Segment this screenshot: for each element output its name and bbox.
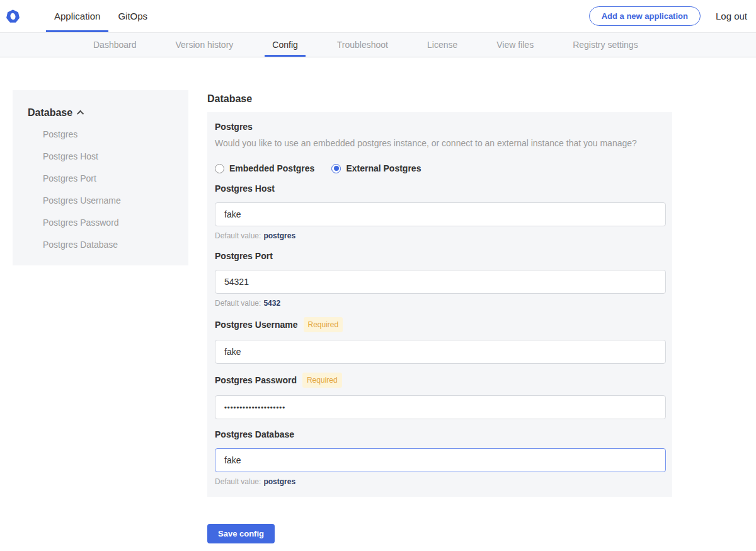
subnav-item-license[interactable]: License	[420, 33, 465, 57]
field-label-postgres-database: Postgres Database	[215, 428, 666, 441]
logout-link[interactable]: Log out	[716, 11, 747, 21]
config-item-postgres-database: Postgres Database Default value:postgres	[215, 428, 666, 487]
default-label: Default value:	[215, 299, 261, 308]
radio-external-postgres[interactable]: External Postgres	[331, 163, 421, 173]
field-label-postgres-port: Postgres Port	[215, 250, 666, 262]
field-label-postgres-password-text: Postgres Password	[215, 374, 297, 386]
subnav-item-license-label: License	[427, 40, 457, 50]
config-main: Database Postgres Would you like to use …	[207, 93, 672, 543]
postgres-port-input[interactable]	[215, 270, 666, 294]
config-item-postgres-username: Postgres Username Required	[215, 317, 666, 364]
field-label-postgres-text: Postgres	[215, 120, 253, 133]
sidebar-item-postgres-host[interactable]: Postgres Host	[43, 150, 173, 163]
sidebar-item-postgres-password[interactable]: Postgres Password	[43, 216, 173, 229]
subnav-item-view-files[interactable]: View files	[489, 33, 541, 57]
sidebar-item-postgres-username[interactable]: Postgres Username	[43, 194, 173, 207]
postgres-username-input[interactable]	[215, 340, 666, 364]
field-label-postgres-host: Postgres Host	[215, 182, 666, 195]
required-badge: Required	[304, 317, 343, 332]
postgres-host-default: Default value:postgres	[215, 231, 666, 241]
field-label-postgres-port-text: Postgres Port	[215, 250, 273, 262]
sidebar-items: Postgres Postgres Host Postgres Port Pos…	[28, 128, 173, 251]
radio-embedded-postgres[interactable]: Embedded Postgres	[215, 163, 314, 173]
subnav-item-troubleshoot[interactable]: Troubleshoot	[329, 33, 396, 57]
default-value: 5432	[263, 299, 280, 308]
radio-embedded-postgres-label: Embedded Postgres	[229, 163, 314, 173]
postgres-database-default: Default value:postgres	[215, 477, 666, 487]
config-sidebar: Database Postgres Postgres Host Postgres…	[13, 90, 188, 265]
subnav-item-version-history-label: Version history	[176, 40, 234, 50]
subnav-item-dashboard-label: Dashboard	[93, 40, 137, 50]
sidebar-item-postgres[interactable]: Postgres	[43, 128, 173, 141]
radio-embedded-postgres-circle[interactable]	[215, 164, 224, 173]
field-label-postgres: Postgres	[215, 120, 666, 133]
subnav-item-version-history[interactable]: Version history	[168, 33, 241, 57]
topnav-right: Add a new application Log out	[589, 0, 756, 32]
subnav-item-config[interactable]: Config	[265, 33, 305, 57]
sidebar-group-database-label: Database	[28, 107, 72, 119]
subnav-item-troubleshoot-label: Troubleshoot	[337, 40, 388, 50]
field-label-postgres-username: Postgres Username Required	[215, 317, 666, 332]
tab-application-label: Application	[54, 11, 100, 21]
tab-gitops[interactable]: GitOps	[110, 0, 156, 32]
subnav-item-registry-settings-label: Registry settings	[573, 40, 638, 50]
app-sub-nav: Dashboard Version history Config Trouble…	[0, 33, 756, 57]
save-config-button[interactable]: Save config	[207, 524, 275, 543]
subnav-item-view-files-label: View files	[496, 40, 534, 50]
page-title: Database	[207, 93, 672, 105]
postgres-port-default: Default value:5432	[215, 299, 666, 308]
subnav-item-config-label: Config	[272, 40, 297, 50]
chevron-up-icon	[77, 110, 84, 117]
default-label: Default value:	[215, 477, 261, 486]
config-item-postgres-password: Postgres Password Required	[215, 373, 666, 419]
top-nav: Application GitOps Add a new application…	[0, 0, 756, 33]
app-logo[interactable]	[6, 0, 28, 32]
add-new-application-button[interactable]: Add a new application	[589, 6, 701, 26]
sidebar-item-postgres-port[interactable]: Postgres Port	[43, 172, 173, 185]
default-value: postgres	[263, 231, 295, 240]
config-item-postgres-port: Postgres Port Default value:5432	[215, 250, 666, 308]
field-label-postgres-username-text: Postgres Username	[215, 318, 298, 331]
config-item-postgres: Postgres Would you like to use an embedd…	[215, 120, 666, 173]
field-label-postgres-database-text: Postgres Database	[215, 428, 294, 441]
tab-gitops-label: GitOps	[118, 11, 147, 21]
sidebar-group-database[interactable]: Database	[28, 107, 173, 119]
tab-application[interactable]: Application	[46, 0, 108, 32]
app-logo-icon	[6, 9, 20, 23]
field-help-postgres: Would you like to use an embedded postgr…	[215, 137, 666, 149]
sidebar-item-postgres-database[interactable]: Postgres Database	[43, 238, 173, 251]
field-label-postgres-host-text: Postgres Host	[215, 182, 275, 195]
postgres-host-input[interactable]	[215, 202, 666, 226]
default-value: postgres	[263, 477, 295, 486]
radio-external-postgres-circle[interactable]	[331, 164, 341, 173]
required-badge: Required	[302, 373, 342, 388]
subnav-item-registry-settings[interactable]: Registry settings	[565, 33, 645, 57]
radio-external-postgres-label: External Postgres	[346, 163, 421, 173]
top-tabs: Application GitOps	[46, 0, 156, 32]
config-item-postgres-host: Postgres Host Default value:postgres	[215, 182, 666, 241]
postgres-password-input[interactable]	[215, 395, 666, 419]
content-area: Database Postgres Postgres Host Postgres…	[0, 57, 756, 543]
postgres-radio-row: Embedded Postgres External Postgres	[215, 163, 666, 173]
postgres-database-input[interactable]	[215, 448, 666, 472]
default-label: Default value:	[215, 231, 261, 240]
field-label-postgres-password: Postgres Password Required	[215, 373, 666, 388]
config-group-card: Postgres Would you like to use an embedd…	[207, 112, 672, 497]
subnav-item-dashboard[interactable]: Dashboard	[86, 33, 144, 57]
